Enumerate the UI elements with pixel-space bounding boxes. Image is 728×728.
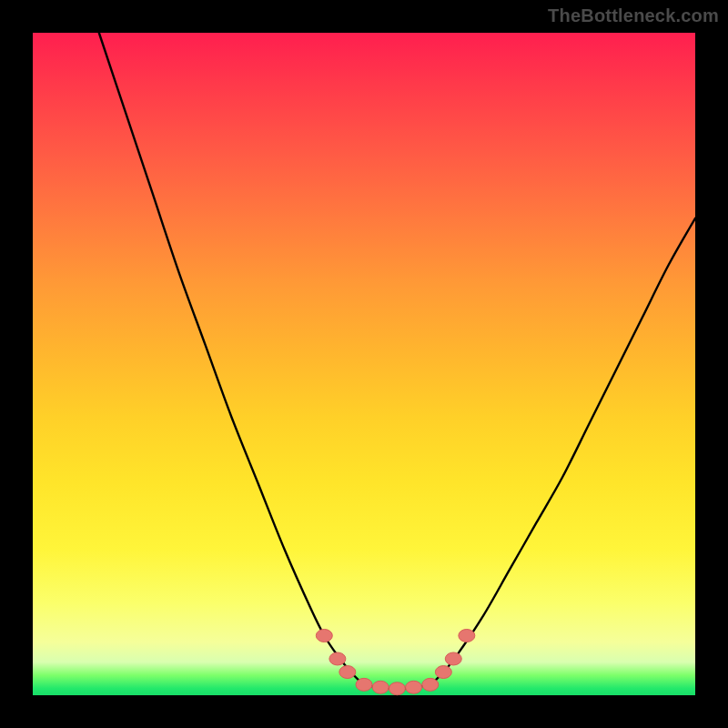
marker-dot — [422, 678, 439, 691]
marker-dot — [406, 681, 422, 693]
marker-dot — [435, 666, 451, 679]
marker-dot — [356, 678, 372, 691]
marker-dot — [339, 666, 356, 679]
marker-dot — [459, 629, 475, 642]
marker-dot — [316, 629, 332, 642]
chart-svg — [33, 33, 695, 695]
marker-dot — [389, 682, 405, 695]
curve-right — [433, 218, 695, 682]
watermark-text: TheBottleneck.com — [548, 5, 719, 26]
curve-left — [99, 33, 361, 682]
marker-cluster — [316, 629, 475, 694]
marker-dot — [329, 652, 346, 665]
marker-dot — [445, 652, 461, 665]
plot-area — [33, 33, 695, 695]
chart-frame: TheBottleneck.com — [0, 0, 728, 728]
marker-dot — [372, 681, 389, 693]
